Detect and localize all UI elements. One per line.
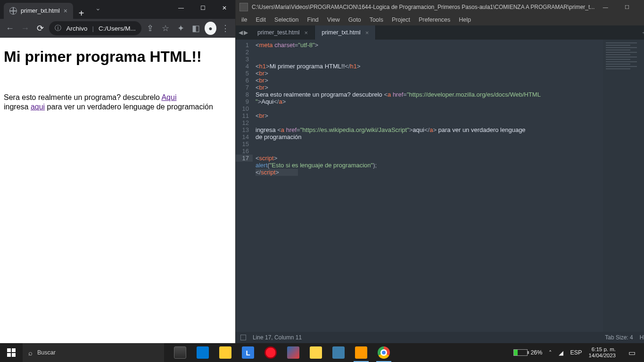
page-paragraph-1: Sera esto realmente un programa? descubr… <box>4 93 231 102</box>
sublime-titlebar: C:\Users\Maria\Videos\PROGRAMACION\1644-… <box>236 0 644 14</box>
sublime-window-controls: — ☐ ✕ <box>594 0 644 14</box>
back-button[interactable]: ← <box>4 21 16 35</box>
taskbar-search[interactable]: ⌕ Buscar <box>23 343 164 362</box>
svg-rect-2 <box>7 353 11 357</box>
battery-indicator[interactable]: 26% <box>513 349 542 356</box>
taskbar-apps: L <box>164 343 513 362</box>
search-placeholder: Buscar <box>37 349 56 356</box>
taskview-icon[interactable] <box>169 343 191 362</box>
page-title: Mi primer programa HTML!! <box>4 48 231 66</box>
globe-icon <box>9 7 17 15</box>
menu-dots-icon[interactable]: ⋮ <box>219 21 231 35</box>
svg-rect-0 <box>7 348 11 352</box>
status-lang[interactable]: HTML <box>640 334 644 341</box>
reload-button[interactable]: ⟳ <box>34 21 46 35</box>
maximize-button[interactable]: ☐ <box>616 0 638 14</box>
menu-tools[interactable]: Tools <box>370 16 383 23</box>
forward-button[interactable]: → <box>19 21 31 35</box>
chrome-toolbar: ← → ⟳ ⓘ Archivo | C:/Users/M... ⇪ ☆ ✦ ◧ … <box>0 19 235 38</box>
menu-help[interactable]: Help <box>459 16 471 23</box>
chrome-taskbar-icon[interactable] <box>372 343 395 362</box>
svg-rect-3 <box>12 353 16 357</box>
chrome-tab[interactable]: primer_txt.html × <box>4 3 73 19</box>
tab-next-icon[interactable]: ▶ <box>244 29 248 36</box>
clock[interactable]: 6:15 p. m. 14/04/2023 <box>588 346 616 359</box>
tab-prev-icon[interactable]: ◀ <box>239 29 243 36</box>
new-tab-button[interactable]: + <box>73 8 90 19</box>
info-icon: ⓘ <box>55 24 61 33</box>
status-cursor: Line 17, Column 11 <box>253 334 302 341</box>
system-tray: 26% ˄ ◢ ESP 6:15 p. m. 14/04/2023 ▭ <box>513 346 644 359</box>
share-icon[interactable]: ⇪ <box>144 21 157 35</box>
menu-preferences[interactable]: Preferences <box>419 16 450 23</box>
windows-taskbar: ⌕ Buscar L 26% ˄ ◢ ESP 6:15 p. m. <box>0 343 644 362</box>
status-checkbox[interactable] <box>240 335 246 340</box>
sublime-taskbar-icon[interactable] <box>350 343 372 362</box>
code-area[interactable]: <meta charset="utf-8"> <h1>Mi primer pro… <box>253 40 603 332</box>
menu-ile[interactable]: ile <box>241 16 248 23</box>
menu-selection[interactable]: Selection <box>274 16 298 23</box>
minimize-button[interactable]: — <box>170 0 192 16</box>
notifications-icon[interactable]: ▭ <box>622 348 641 357</box>
omnibox-path: C:/Users/M... <box>99 25 136 32</box>
descubrelo-link[interactable]: Aqui <box>161 93 176 101</box>
tab-close-icon[interactable]: × <box>305 29 308 36</box>
close-button[interactable]: ✕ <box>214 0 235 16</box>
mail-app-icon[interactable] <box>191 343 214 362</box>
app-l-icon[interactable]: L <box>237 343 259 362</box>
sublime-statusbar: Line 17, Column 11 Tab Size: 4 HTML <box>236 332 644 343</box>
sublime-logo-icon <box>239 3 248 11</box>
editor-tab-label: primer_txt.html <box>322 29 361 36</box>
new-file-icon[interactable]: + <box>642 29 644 36</box>
sidepanel-icon[interactable]: ◧ <box>190 21 202 35</box>
tray-chevron-icon[interactable]: ˄ <box>549 349 552 356</box>
tab-close-icon[interactable]: × <box>64 7 67 15</box>
chrome-tab-title: primer_txt.html <box>21 8 60 14</box>
ingresa-link[interactable]: aqui <box>31 103 45 111</box>
sticky-notes-icon[interactable] <box>305 343 327 362</box>
menu-project[interactable]: Project <box>392 16 410 23</box>
app-red-icon[interactable] <box>282 343 305 362</box>
chrome-page: Mi primer programa HTML!! Sera esto real… <box>0 38 235 343</box>
extensions-icon[interactable]: ✦ <box>174 21 187 35</box>
close-button[interactable]: ✕ <box>638 0 644 14</box>
menu-goto[interactable]: Goto <box>348 16 361 23</box>
sublime-menu: ileEditSelectionFindViewGotoToolsProject… <box>236 14 644 25</box>
menu-find[interactable]: Find <box>307 16 319 23</box>
omnibox-scheme: Archivo <box>66 25 87 32</box>
profile-avatar[interactable]: ● <box>205 22 216 35</box>
minimize-button[interactable]: — <box>594 0 616 14</box>
maximize-button[interactable]: ☐ <box>192 0 214 16</box>
opera-icon[interactable] <box>259 343 282 362</box>
menu-view[interactable]: View <box>327 16 340 23</box>
battery-pct: 26% <box>530 349 542 356</box>
editor[interactable]: 1234567891011121314151617 <meta charset=… <box>236 40 644 332</box>
bookmark-icon[interactable]: ☆ <box>159 21 172 35</box>
wifi-icon[interactable]: ◢ <box>559 349 563 356</box>
gutter: 1234567891011121314151617 <box>236 40 253 332</box>
sublime-title: C:\Users\Maria\Videos\PROGRAMACION\1644-… <box>252 4 594 10</box>
tabs-chevron-icon[interactable]: ⌄ <box>90 4 106 15</box>
status-tabsize[interactable]: Tab Size: 4 <box>605 334 633 341</box>
app-blue-icon[interactable] <box>327 343 350 362</box>
explorer-icon[interactable] <box>214 343 237 362</box>
chrome-window: primer_txt.html × + ⌄ — ☐ ✕ ← → ⟳ <box>0 0 236 343</box>
search-icon: ⌕ <box>28 349 33 357</box>
editor-tab[interactable]: primer_txt.html× <box>315 25 376 40</box>
menu-edit[interactable]: Edit <box>256 16 266 23</box>
minimap[interactable] <box>603 40 644 332</box>
chrome-tab-strip: primer_txt.html × + ⌄ — ☐ ✕ <box>0 0 235 19</box>
chrome-window-controls: — ☐ ✕ <box>170 0 235 16</box>
page-paragraph-2: ingresa aqui para ver un verdadero lengu… <box>4 102 231 112</box>
start-button[interactable] <box>0 343 23 362</box>
language-indicator[interactable]: ESP <box>570 349 582 356</box>
sublime-tabs: ◀ ▶ primer_test.html×primer_txt.html× + … <box>236 25 644 40</box>
editor-tab[interactable]: primer_test.html× <box>251 25 315 40</box>
sublime-window: C:\Users\Maria\Videos\PROGRAMACION\1644-… <box>236 0 644 343</box>
omnibox[interactable]: ⓘ Archivo | C:/Users/M... <box>49 21 141 35</box>
editor-tab-label: primer_test.html <box>257 29 300 36</box>
tab-close-icon[interactable]: × <box>365 29 369 36</box>
svg-rect-1 <box>12 348 16 352</box>
